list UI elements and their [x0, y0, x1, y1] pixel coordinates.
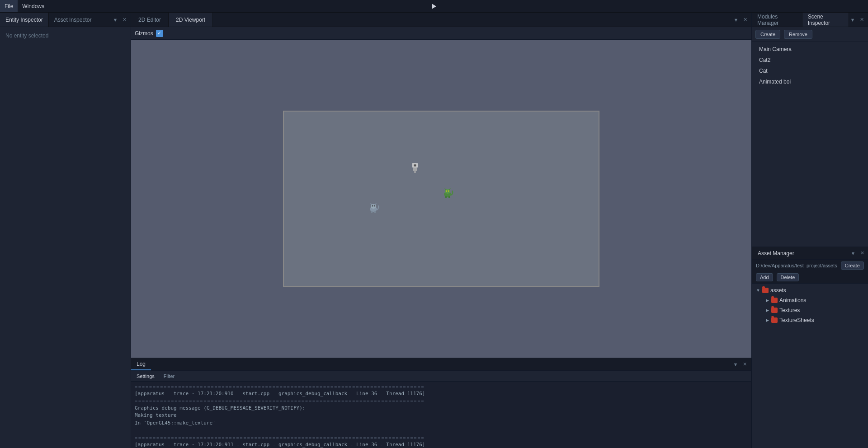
asset-path: D:/dev/Apparatus/test_project/assets	[756, 263, 837, 268]
right-panel-controls: ▼ ✕	[849, 16, 868, 23]
svg-marker-9	[370, 203, 373, 205]
file-menu[interactable]: File	[0, 0, 18, 12]
tree-item-assets[interactable]: ▼ assets	[752, 285, 868, 295]
svg-rect-1	[413, 168, 417, 171]
asset-panel-controls: ▼ ✕	[849, 250, 868, 257]
camera-sprite	[410, 161, 420, 175]
tab-2d-editor[interactable]: 2D Editor	[131, 13, 169, 27]
log-msg-3: In 'OpenGL45::make_texture'	[135, 420, 747, 427]
asset-delete-btn[interactable]: Delete	[777, 273, 799, 281]
play-button[interactable]	[429, 1, 439, 12]
right-panel-tabs: Modules Manager Scene Inspector ▼ ✕	[752, 13, 868, 27]
svg-point-16	[445, 189, 450, 194]
svg-line-6	[416, 169, 417, 170]
tab-log[interactable]: Log	[131, 358, 151, 370]
svg-marker-10	[374, 203, 377, 205]
tree-label-animations: Animations	[779, 297, 806, 303]
viewport-area[interactable]	[131, 40, 751, 358]
tree-item-texturesheets[interactable]: ▶ TextureSheets	[752, 315, 868, 325]
asset-add-btn[interactable]: Add	[756, 273, 773, 281]
windows-menu[interactable]: Windows	[18, 0, 49, 12]
asset-filter-icon[interactable]: ▼	[849, 250, 857, 257]
remove-button[interactable]: Remove	[784, 30, 812, 39]
svg-point-4	[415, 165, 416, 166]
center-filter-icon[interactable]: ▼	[732, 16, 740, 23]
gray-cat-sprite	[367, 201, 380, 215]
svg-rect-13	[371, 211, 373, 213]
tree-item-textures[interactable]: ▶ Textures	[752, 305, 868, 315]
green-cat-sprite	[441, 186, 454, 200]
center-close-icon[interactable]: ✕	[741, 16, 749, 23]
tree-arrow-textures: ▶	[765, 308, 769, 313]
bottom-split: Log ▼ ✕ Settings Filter ================…	[131, 358, 751, 448]
gizmos-checkbox[interactable]: ✓	[156, 30, 163, 37]
svg-rect-22	[448, 196, 450, 198]
log-panel: Log ▼ ✕ Settings Filter ================…	[131, 358, 751, 448]
left-panel-tabs: Entity Inspector Asset Inspector ▼ ✕	[0, 13, 131, 27]
svg-rect-2	[414, 171, 416, 173]
svg-marker-18	[448, 188, 451, 190]
viewport-canvas	[283, 111, 599, 287]
log-tab-controls: ▼ ✕	[732, 361, 751, 368]
tree-label-assets: assets	[770, 287, 786, 294]
svg-rect-0	[412, 163, 418, 168]
folder-icon-animations	[771, 298, 778, 303]
log-separator-1: ========================================…	[135, 383, 747, 390]
tree-label-texturesheets: TextureSheets	[779, 317, 814, 323]
asset-close-icon[interactable]: ✕	[859, 250, 866, 257]
log-subtabs: Settings Filter	[131, 371, 751, 382]
left-panel: Entity Inspector Asset Inspector ▼ ✕ No …	[0, 13, 131, 448]
title-menus: File Windows	[0, 0, 49, 12]
close-icon[interactable]: ✕	[121, 16, 128, 23]
asset-create-btn[interactable]: Create	[841, 261, 864, 270]
scene-item-animated-boi[interactable]: Animated boi	[752, 76, 868, 87]
log-msg-1: Graphics debug message (G_DEBUG_MESSAGE_…	[135, 405, 747, 412]
entity-inspector-content: No entity selected	[0, 27, 131, 448]
log-filter-tab[interactable]: Filter	[162, 373, 176, 379]
asset-tree: ▼ assets ▶ Animations ▶ Textures	[752, 284, 868, 448]
folder-icon-textures	[771, 308, 778, 313]
tab-asset-manager[interactable]: Asset Manager	[752, 247, 800, 259]
svg-point-7	[370, 206, 377, 212]
svg-point-8	[371, 204, 376, 209]
log-tabs: Log ▼ ✕	[131, 358, 751, 371]
tree-item-animations[interactable]: ▶ Animations	[752, 295, 868, 305]
svg-rect-21	[445, 196, 447, 198]
svg-point-19	[446, 191, 447, 191]
scene-item-main-camera[interactable]: Main Camera	[752, 44, 868, 55]
svg-point-15	[444, 191, 451, 197]
asset-path-bar: D:/dev/Apparatus/test_project/assets Cre…	[752, 260, 868, 284]
right-panel: Modules Manager Scene Inspector ▼ ✕ Crea…	[751, 13, 868, 448]
gizmos-label: Gizmos	[135, 30, 153, 37]
scene-list: Main Camera Cat2 Cat Animated boi	[752, 42, 868, 247]
left-panel-controls: ▼ ✕	[112, 16, 131, 23]
viewport-container: Gizmos ✓	[131, 27, 751, 448]
center-tab-controls: ▼ ✕	[732, 16, 751, 23]
svg-marker-17	[444, 188, 447, 190]
center-tabs: 2D Editor 2D Viewport ▼ ✕	[131, 13, 751, 27]
filter-icon[interactable]: ▼	[112, 16, 119, 23]
tab-scene-inspector[interactable]: Scene Inspector	[802, 13, 849, 27]
right-close-icon[interactable]: ✕	[858, 16, 865, 23]
center-panel: 2D Editor 2D Viewport ▼ ✕ Gizmos ✓	[131, 13, 751, 448]
tab-modules-manager[interactable]: Modules Manager	[752, 13, 802, 27]
tree-arrow-assets: ▼	[756, 288, 760, 293]
gizmos-bar: Gizmos ✓	[131, 27, 751, 40]
checkmark-icon: ✓	[157, 31, 161, 36]
log-close-icon[interactable]: ✕	[741, 361, 748, 368]
scene-item-cat2[interactable]: Cat2	[752, 55, 868, 65]
scene-toolbar: Create Remove	[752, 27, 868, 42]
scene-item-cat[interactable]: Cat	[752, 65, 868, 76]
folder-icon-assets	[762, 288, 769, 293]
log-filter-icon[interactable]: ▼	[732, 361, 739, 368]
log-settings-tab[interactable]: Settings	[135, 373, 156, 379]
tab-entity-inspector[interactable]: Entity Inspector	[0, 13, 49, 27]
log-separator-2: ========================================…	[135, 398, 747, 405]
svg-point-11	[372, 205, 373, 206]
create-button[interactable]: Create	[755, 30, 780, 39]
svg-rect-14	[374, 211, 376, 213]
tab-asset-inspector[interactable]: Asset Inspector	[49, 13, 98, 27]
right-filter-icon[interactable]: ▼	[849, 16, 856, 23]
tree-label-textures: Textures	[779, 307, 800, 313]
tab-2d-viewport[interactable]: 2D Viewport	[169, 13, 213, 27]
